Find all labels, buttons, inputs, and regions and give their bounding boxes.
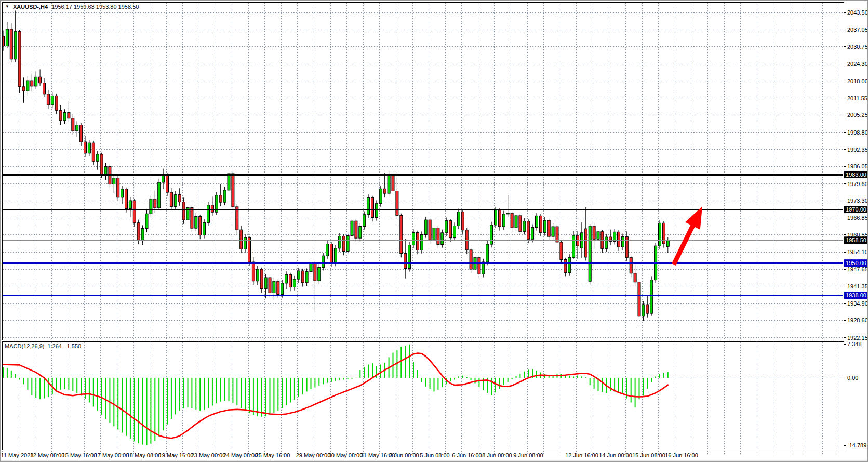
time-axis[interactable]: 11 May 202312 May 08:0015 May 16:0017 Ma… [1, 452, 698, 458]
chart-canvas[interactable]: 2043.502037.052030.752024.302018.002011.… [1, 1, 868, 462]
macd-histogram-bar [478, 378, 479, 387]
candle-bull [412, 232, 415, 245]
macd-histogram-bar [138, 378, 139, 443]
macd-histogram-bar [245, 378, 246, 411]
macd-histogram-bar [122, 378, 123, 433]
price-tick-label: 1966.85 [847, 215, 868, 221]
price-tick-label: 1934.90 [847, 300, 868, 307]
macd-histogram-bar [516, 376, 517, 378]
candle-bull [666, 240, 669, 246]
macd-histogram-bar [97, 378, 98, 411]
time-axis-label: 8 Jun 00:00 [482, 452, 512, 458]
candle-bear [470, 250, 472, 269]
candle-bear [539, 216, 542, 232]
candle-bear [18, 32, 21, 87]
symbol-dropdown-icon[interactable]: ▼ [5, 5, 9, 9]
macd-histogram-bar [339, 378, 340, 380]
price-tick-label: 1928.60 [847, 317, 868, 323]
macd-histogram-bar [437, 378, 438, 390]
candle-bear [72, 118, 74, 131]
candle-bull [228, 174, 230, 190]
macd-histogram-bar [60, 378, 61, 390]
candle-bull [589, 226, 591, 281]
candle-bear [109, 167, 111, 184]
macd-tick-label: 0.00 [847, 375, 858, 381]
macd-histogram-bar [413, 362, 414, 378]
time-axis-label: 5 Jun 08:00 [420, 452, 450, 458]
candle-bull [264, 278, 267, 289]
macd-histogram-bar [15, 374, 16, 378]
macd-histogram-bar [528, 369, 529, 378]
candle-bear [125, 189, 128, 209]
macd-histogram-bar [7, 368, 8, 378]
macd-histogram-bar [35, 378, 36, 398]
candle-bear [191, 207, 193, 228]
ohlc-readout: 1956.17 1959.63 1953.80 1958.50 [51, 4, 139, 10]
candle-bull [613, 232, 616, 241]
candle-bull [305, 272, 308, 283]
candle-bear [461, 212, 464, 230]
price-badge-label: 1958.50 [846, 237, 866, 243]
candle-bear [519, 216, 522, 231]
macd-histogram-bar [93, 378, 94, 406]
macd-tick-label: 7.348 [847, 341, 862, 347]
candle-bear [117, 178, 119, 197]
macd-histogram-bar [631, 378, 632, 403]
macd-histogram-bar [622, 378, 623, 394]
macd-histogram-bar [573, 376, 574, 378]
candle-bear [260, 269, 263, 289]
macd-histogram-bar [508, 378, 509, 382]
candle-bear [301, 271, 304, 283]
macd-histogram-bar [405, 346, 406, 378]
candle-bear [47, 94, 49, 105]
candle-bull [273, 281, 275, 293]
candle-bull [121, 189, 124, 197]
candle-bear [342, 236, 345, 252]
price-tick-label: 1922.15 [847, 335, 868, 341]
macd-histogram-bar [48, 378, 49, 397]
macd-histogram-bar [179, 378, 180, 411]
macd-histogram-bar [380, 364, 381, 378]
candle-bull [174, 195, 177, 207]
macd-histogram-bar [11, 371, 12, 378]
candle-bull [322, 256, 325, 267]
candle-bull [445, 221, 448, 233]
macd-histogram-bar [236, 378, 237, 405]
price-badge-label: 1983.00 [846, 171, 866, 178]
candle-bear [166, 175, 169, 193]
candle-bear [92, 143, 95, 161]
macd-histogram-bar [343, 378, 344, 380]
macd-histogram-bar [68, 378, 69, 390]
candle-bull [145, 214, 148, 228]
macd-histogram-bar [663, 373, 664, 378]
candle-bear [556, 227, 558, 242]
macd-histogram-bar [224, 378, 225, 401]
candle-bull [568, 257, 571, 272]
macd-histogram-bar [76, 378, 77, 393]
macd-histogram-bar [335, 378, 336, 381]
candle-bear [219, 195, 222, 202]
price-tick-label: 1941.35 [847, 283, 868, 289]
price-tick-label: 2011.55 [847, 95, 867, 101]
candle-bull [285, 274, 288, 283]
candle-bear [22, 87, 25, 91]
macd-histogram-bar [146, 378, 148, 445]
candle-bear [478, 257, 480, 274]
macd-histogram-bar [150, 378, 151, 444]
chart-header: ▼ XAUUSD-,H4 1956.17 1959.63 1953.80 195… [5, 4, 139, 10]
macd-histogram-bar [635, 378, 636, 407]
time-axis-label: 12 Jun 16:00 [565, 452, 598, 458]
candle-bear [133, 201, 136, 223]
price-tick-label: 1992.35 [847, 147, 868, 153]
candle-bull [346, 236, 349, 252]
candle-bull [158, 182, 161, 208]
macd-histogram-bar [167, 378, 168, 425]
candle-bull [379, 189, 382, 203]
candle-bear [564, 259, 567, 272]
candle-bull [6, 29, 8, 46]
candle-bear [646, 305, 649, 313]
macd-histogram-bar [614, 378, 615, 391]
macd-histogram-bar [126, 378, 127, 436]
macd-histogram-bar [282, 378, 283, 408]
candle-bear [547, 220, 550, 236]
